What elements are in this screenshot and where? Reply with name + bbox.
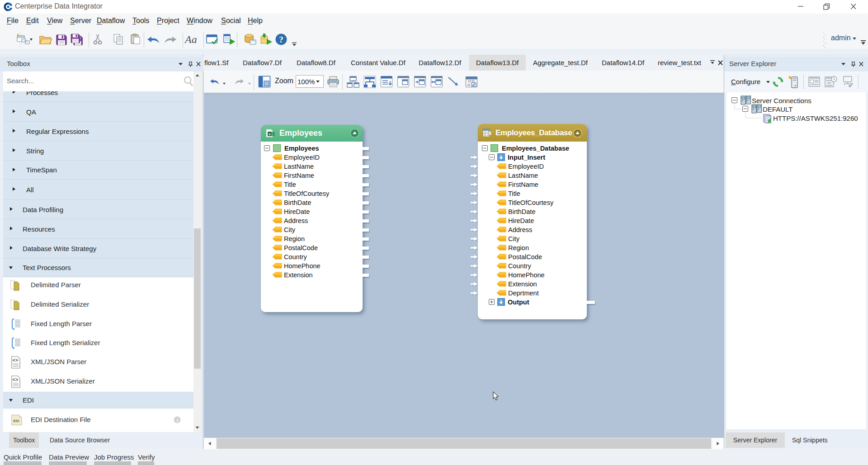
svg-text:EDI: EDI — [14, 419, 19, 423]
svg-text:<>: <> — [13, 357, 19, 363]
svg-text:?: ? — [279, 35, 283, 44]
svg-text:<>: <> — [13, 377, 19, 382]
svg-text:10: 10 — [467, 83, 471, 86]
svg-text:01'01: 01'01 — [468, 80, 475, 83]
svg-text:x: x — [269, 132, 271, 136]
